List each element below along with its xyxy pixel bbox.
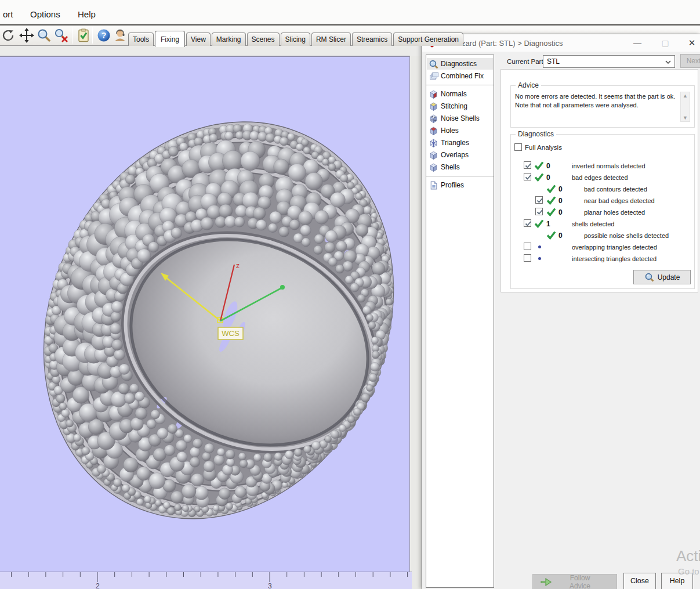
- maximize-button[interactable]: ▢: [657, 35, 674, 50]
- menu-item-help[interactable]: Help: [78, 9, 96, 19]
- diagnostics-title: Diagnostics: [516, 130, 556, 138]
- diag-count: 0: [558, 197, 563, 205]
- full-analysis-checkbox[interactable]: [514, 143, 522, 151]
- cube-icon: [429, 150, 438, 160]
- advice-title: Advice: [516, 81, 541, 89]
- sidebar-item-overlaps[interactable]: Overlaps: [427, 149, 493, 161]
- sidebar-item-holes[interactable]: Holes: [427, 125, 493, 136]
- z-axis-label: z: [236, 262, 240, 270]
- cube-dots-icon: [429, 114, 438, 124]
- green-check-icon: [534, 172, 545, 182]
- toolbar-separator: [92, 27, 93, 44]
- diag-label: planar holes detected: [584, 209, 645, 216]
- diag-label: inverted normals detected: [572, 162, 645, 169]
- activation-watermark-line1: Activ: [676, 547, 700, 565]
- fix-wizard-dialog: Fix Wizard (Part: STL) > Diagnostics — ▢…: [422, 34, 700, 589]
- tab-marking[interactable]: Marking: [212, 32, 246, 46]
- cube-icon: [429, 162, 438, 172]
- diag-label: near bad edges detected: [584, 197, 655, 204]
- stack-icon: [429, 71, 438, 81]
- tab-view[interactable]: View: [186, 32, 211, 46]
- sidebar-item-label: Diagnostics: [441, 60, 477, 68]
- pan-icon[interactable]: [19, 28, 34, 43]
- rotate-icon[interactable]: [1, 28, 16, 43]
- sidebar-item-combined-fix[interactable]: Combined Fix: [427, 70, 493, 82]
- zoom-remove-icon[interactable]: [54, 28, 69, 43]
- advice-text-line: No more errors are detected. It seems th…: [515, 93, 675, 100]
- follow-advice-button[interactable]: Follow Advice: [532, 574, 617, 589]
- app-window: ortOptionsHelp ? ToolsFixingViewMarkingS…: [0, 0, 700, 589]
- next-button[interactable]: Next: [680, 54, 700, 68]
- viewport-ruler: 23: [0, 572, 412, 589]
- ribbon-tabs: ToolsFixingViewMarkingScenesSlicingRM Sl…: [128, 28, 465, 46]
- magnifier-icon: [644, 272, 654, 282]
- model-ring-canvas[interactable]: zWCS: [0, 57, 409, 573]
- close-button[interactable]: Close: [623, 573, 656, 589]
- sidebar-item-triangles[interactable]: Triangles: [427, 137, 493, 149]
- green-check-icon: [546, 230, 557, 240]
- tab-rm-slicer[interactable]: RM Slicer: [311, 32, 351, 46]
- assistant-icon[interactable]: [113, 28, 128, 43]
- sidebar-item-normals[interactable]: Normals: [427, 88, 493, 100]
- list-separator: [426, 176, 494, 176]
- menu-item-options[interactable]: Options: [30, 9, 60, 19]
- tab-slicing[interactable]: Slicing: [281, 32, 310, 46]
- sidebar-item-diagnostics[interactable]: Diagnostics: [427, 58, 493, 70]
- wizard-main-panel: Advice No more errors are detected. It s…: [500, 69, 698, 292]
- advice-groupbox: Advice No more errors are detected. It s…: [510, 85, 695, 128]
- menu-bar: ortOptionsHelp: [0, 0, 700, 24]
- diag-checkbox-1[interactable]: [524, 173, 531, 180]
- sidebar-item-label: Triangles: [441, 139, 469, 147]
- viewport-gutter: [409, 56, 422, 589]
- current-part-select[interactable]: STL: [543, 55, 675, 68]
- zoom-icon[interactable]: [37, 28, 52, 43]
- sidebar-item-label: Shells: [441, 163, 460, 171]
- scroll-down-icon[interactable]: ▼: [681, 115, 690, 121]
- wcs-label: WCS: [222, 329, 240, 338]
- sidebar-item-label: Stitching: [441, 102, 467, 110]
- diag-label: overlapping triangles detected: [572, 244, 657, 251]
- update-label: Update: [658, 273, 680, 281]
- tab-scenes[interactable]: Scenes: [247, 32, 280, 46]
- scroll-up-icon[interactable]: ▲: [681, 93, 690, 99]
- diag-count: 0: [546, 162, 550, 170]
- tab-fixing[interactable]: Fixing: [155, 31, 185, 47]
- sidebar-item-noise-shells[interactable]: Noise Shells: [427, 113, 493, 124]
- menu-item-ort[interactable]: ort: [3, 9, 13, 19]
- help-icon[interactable]: ?: [96, 28, 111, 43]
- svg-text:3: 3: [268, 582, 272, 589]
- green-check-icon: [534, 219, 545, 228]
- diag-count: 0: [558, 208, 563, 216]
- current-part-value: STL: [547, 57, 560, 66]
- cube-wireframe-icon: [429, 138, 438, 148]
- sidebar-item-label: Combined Fix: [441, 72, 484, 80]
- sidebar-item-shells[interactable]: Shells: [427, 161, 493, 173]
- diag-checkbox-8[interactable]: [524, 254, 531, 262]
- sidebar-item-stitching[interactable]: Stitching: [427, 100, 493, 112]
- magnifier-icon: [429, 59, 438, 69]
- viewport-3d[interactable]: zWCS: [0, 56, 409, 572]
- document-icon: [429, 180, 438, 190]
- current-part-label: Current Part:: [507, 58, 545, 65]
- sidebar-item-label: Noise Shells: [441, 114, 480, 122]
- sidebar-item-label: Overlaps: [441, 151, 469, 159]
- diag-checkbox-4[interactable]: [535, 208, 543, 215]
- diag-checkbox-7[interactable]: [524, 243, 531, 250]
- close-window-button[interactable]: ✕: [683, 35, 700, 50]
- diag-checkbox-0[interactable]: [524, 161, 531, 169]
- diag-label: bad edges detected: [572, 174, 628, 181]
- diag-label: intersecting triangles detected: [572, 255, 657, 262]
- diag-checkbox-5[interactable]: [524, 219, 531, 227]
- tab-tools[interactable]: Tools: [128, 32, 154, 46]
- verify-icon[interactable]: [76, 28, 91, 43]
- tab-streamics[interactable]: Streamics: [352, 32, 392, 46]
- update-button[interactable]: Update: [633, 270, 691, 284]
- minimize-button[interactable]: —: [629, 35, 646, 50]
- follow-advice-label: Follow Advice: [561, 574, 599, 589]
- diag-label: possible noise shells detected: [584, 232, 669, 239]
- diag-checkbox-3[interactable]: [535, 196, 543, 204]
- sidebar-item-profiles[interactable]: Profiles: [427, 179, 493, 191]
- tab-support-generation[interactable]: Support Generation: [393, 32, 463, 46]
- cube-yellow-top-icon: [429, 102, 438, 111]
- advice-scrollbar[interactable]: ▲ ▼: [680, 92, 690, 122]
